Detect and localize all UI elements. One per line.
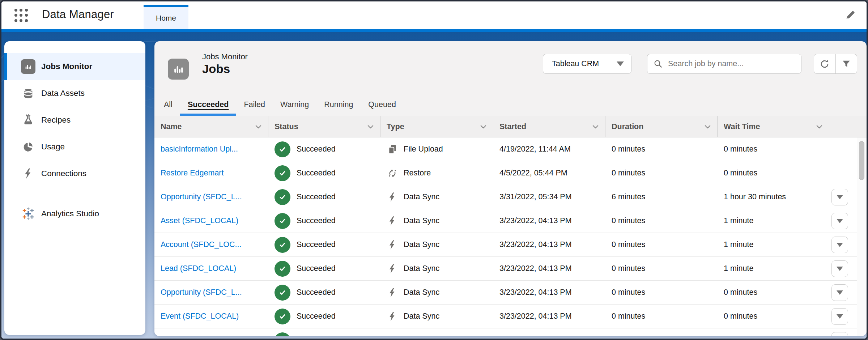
- cell-wait-time: 1 minute: [718, 209, 829, 233]
- tableau-icon: [21, 207, 35, 221]
- scrollbar-thumb[interactable]: [859, 141, 864, 180]
- status-label: Succeeded: [297, 240, 336, 249]
- cell-name: basicInformation Upl...: [154, 137, 268, 161]
- tab-home[interactable]: Home: [144, 5, 188, 29]
- cell-duration-value: 0 minutes: [605, 264, 645, 273]
- row-actions-dropdown-button[interactable]: [831, 332, 848, 336]
- cell-type: Data Sync: [380, 185, 493, 209]
- pencil-icon[interactable]: [844, 9, 856, 22]
- jobs-monitor-icon: [168, 59, 189, 80]
- status-label: Succeeded: [297, 145, 336, 154]
- cell-wait-time: 0 minutes: [718, 137, 829, 161]
- table-row: [154, 328, 867, 336]
- status-label: Succeeded: [297, 216, 336, 225]
- row-actions-dropdown-button[interactable]: [831, 284, 848, 301]
- cell-status: Succeeded: [268, 185, 380, 209]
- sidebar-item-analytics-studio[interactable]: Analytics Studio: [4, 200, 145, 227]
- cell-name: Opportunity (SFDC_L...: [154, 185, 268, 209]
- table-row: Asset (SFDC_LOCAL)SucceededData Sync3/23…: [154, 209, 867, 233]
- job-name-link[interactable]: Opportunity (SFDC_L...: [161, 288, 242, 297]
- cell-type: Data Sync: [380, 281, 493, 304]
- table-row: Event (SFDC_LOCAL)SucceededData Sync3/23…: [154, 305, 867, 328]
- cell-started: 3/23/2022, 04:13 PM: [493, 257, 605, 280]
- row-actions-dropdown-button[interactable]: [831, 189, 848, 205]
- column-header-label: Name: [161, 122, 182, 131]
- job-name-link[interactable]: Lead (SFDC_LOCAL): [161, 264, 236, 273]
- tab-failed[interactable]: Failed: [236, 94, 273, 116]
- cell-wait-time: 1 hour 30 minutes: [718, 185, 829, 209]
- row-actions-dropdown-button[interactable]: [831, 308, 848, 325]
- cell-started: 3/23/2022, 04:13 PM: [493, 233, 605, 256]
- type-label: Restore: [404, 169, 431, 178]
- cell-wait-time: 0 minutes: [718, 281, 829, 304]
- cell-duration: 0 minutes: [605, 161, 718, 185]
- tab-all[interactable]: All: [156, 94, 180, 116]
- column-chevron-down-icon[interactable]: [366, 122, 375, 131]
- cell-status: Succeeded: [268, 137, 380, 161]
- tab-running[interactable]: Running: [316, 94, 361, 116]
- job-name-link[interactable]: basicInformation Upl...: [161, 145, 238, 154]
- cell-name: Asset (SFDC_LOCAL): [154, 209, 268, 233]
- cell-duration-value: 6 minutes: [605, 192, 645, 201]
- page-eyebrow: Jobs Monitor: [202, 52, 248, 61]
- type-label: Data Sync: [404, 264, 439, 273]
- sidebar-item-label: Data Assets: [41, 89, 85, 98]
- cell-started-value: 4/5/2022, 05:44 PM: [493, 169, 567, 178]
- cell-name: [154, 328, 268, 336]
- column-chevron-down-icon[interactable]: [703, 122, 712, 131]
- success-check-icon: [275, 309, 290, 324]
- column-header-wait-time: Wait Time: [718, 116, 829, 137]
- sidebar-item-data-assets[interactable]: Data Assets: [4, 80, 145, 107]
- cell-actions: [829, 233, 857, 256]
- cell-type: Data Sync: [380, 257, 493, 280]
- filter-button[interactable]: [835, 54, 857, 73]
- column-chevron-down-icon[interactable]: [479, 122, 488, 131]
- table-body: basicInformation Upl...SucceededFile Upl…: [154, 137, 867, 336]
- sidebar-item-jobs-monitor[interactable]: Jobs Monitor: [4, 53, 145, 80]
- job-name-link[interactable]: Restore Edgemart: [161, 169, 224, 178]
- cell-wait-time: [718, 328, 829, 336]
- success-check-icon: [275, 189, 290, 205]
- tab-succeeded[interactable]: Succeeded: [180, 94, 237, 116]
- column-chevron-down-icon[interactable]: [591, 122, 600, 131]
- table-row: Account (SFDC_LOC...SucceededData Sync3/…: [154, 233, 867, 257]
- status-label: Succeeded: [297, 264, 336, 273]
- job-name-link[interactable]: Event (SFDC_LOCAL): [161, 312, 239, 321]
- sidebar-item-recipes[interactable]: Recipes: [4, 107, 145, 133]
- triangle-down-icon: [837, 195, 843, 199]
- sidebar-item-usage[interactable]: Usage: [4, 133, 145, 160]
- job-name-link[interactable]: Asset (SFDC_LOCAL): [161, 216, 238, 225]
- cell-duration-value: 0 minutes: [605, 169, 645, 178]
- job-name-link[interactable]: Opportunity (SFDC_L...: [161, 192, 242, 201]
- database-icon: [21, 86, 35, 101]
- table-row: Lead (SFDC_LOCAL)SucceededData Sync3/23/…: [154, 257, 867, 281]
- refresh-icon: [819, 59, 830, 69]
- app-launcher-icon[interactable]: [14, 9, 28, 22]
- table-header: NameStatusTypeStartedDurationWait Time: [154, 116, 867, 137]
- success-check-icon: [275, 332, 290, 336]
- row-actions-dropdown-button[interactable]: [831, 260, 848, 277]
- status-label: Succeeded: [297, 288, 336, 297]
- app-window: Data Manager Home Jobs MonitorData Asset…: [0, 0, 868, 340]
- cell-status: Succeeded: [268, 233, 380, 256]
- refresh-button[interactable]: [814, 54, 835, 73]
- cell-started: [493, 328, 605, 336]
- cell-started-value: 3/23/2022, 04:13 PM: [493, 240, 572, 249]
- column-chevron-down-icon[interactable]: [815, 122, 824, 131]
- app-selector-label: Tableau CRM: [552, 59, 599, 68]
- cell-wait-time: 0 minutes: [718, 305, 829, 328]
- row-actions-dropdown-button[interactable]: [831, 213, 848, 229]
- sidebar-item-connections[interactable]: Connections: [4, 160, 145, 187]
- row-actions-dropdown-button[interactable]: [831, 237, 848, 253]
- cell-actions: [829, 305, 857, 328]
- cell-started-value: 3/23/2022, 04:13 PM: [493, 312, 572, 321]
- tab-warning[interactable]: Warning: [273, 94, 316, 116]
- tab-queued[interactable]: Queued: [361, 94, 404, 116]
- job-name-link[interactable]: Account (SFDC_LOC...: [161, 240, 241, 249]
- search-input[interactable]: [667, 59, 796, 69]
- cell-started: 3/31/2022, 05:34 PM: [493, 185, 605, 209]
- bolt-icon: [387, 191, 398, 203]
- scrollbar-track[interactable]: [857, 137, 867, 336]
- app-selector-dropdown[interactable]: Tableau CRM: [543, 54, 631, 74]
- column-chevron-down-icon[interactable]: [254, 122, 263, 131]
